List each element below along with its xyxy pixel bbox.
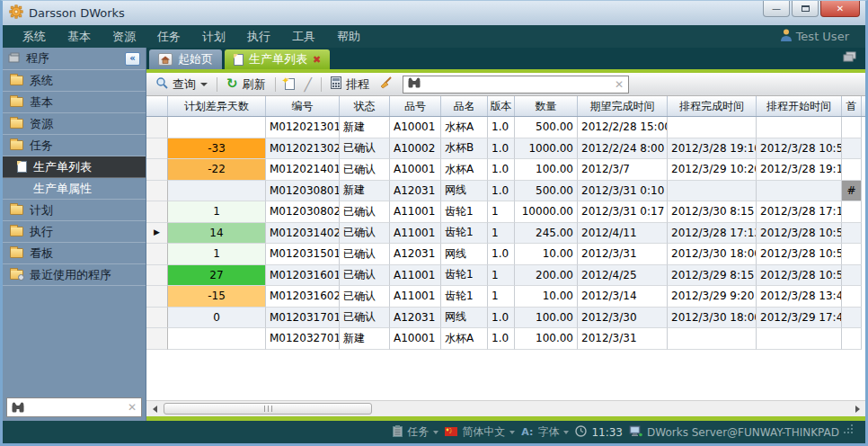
- cell-ver[interactable]: 1.0: [488, 244, 515, 265]
- cell-sched_start[interactable]: 2012/3/29 17:46: [757, 308, 842, 329]
- cell-diff[interactable]: [168, 181, 266, 202]
- menu-item-4[interactable]: 计划: [191, 29, 236, 45]
- cell-extra[interactable]: [842, 286, 862, 308]
- cell-extra[interactable]: [842, 265, 862, 287]
- sidebar-item[interactable]: 任务: [3, 135, 146, 156]
- cell-sched_start[interactable]: 2012/3/28 17:13: [757, 201, 842, 223]
- cell-item[interactable]: A11001: [390, 201, 441, 223]
- scroll-left-arrow[interactable]: [148, 401, 161, 416]
- cell-item[interactable]: A12031: [390, 244, 441, 265]
- column-header[interactable]: 品号: [390, 96, 441, 116]
- cell-status[interactable]: 已确认: [340, 265, 390, 287]
- cell-item[interactable]: A10002: [390, 138, 441, 160]
- cell-ver[interactable]: 1.0: [488, 328, 515, 350]
- cell-status[interactable]: 新建: [340, 117, 390, 138]
- sidebar-item[interactable]: 生产单列表: [3, 156, 146, 178]
- cell-diff[interactable]: 14: [168, 223, 266, 245]
- cell-expect[interactable]: 2012/3/31 0:10: [578, 181, 668, 202]
- cell-sched_end[interactable]: [668, 181, 757, 202]
- table-row[interactable]: -15M012031602已确认A11001齿轮1110.002012/3/14…: [146, 286, 865, 308]
- query-button[interactable]: 查询: [152, 75, 211, 94]
- cell-name[interactable]: 齿轮1: [441, 201, 488, 223]
- cell-no[interactable]: M012021301: [266, 117, 340, 138]
- sidebar-collapse-button[interactable]: «: [125, 52, 140, 66]
- cell-name[interactable]: 齿轮1: [441, 286, 488, 308]
- cell-sched_end[interactable]: 2012/3/29 8:15: [668, 265, 757, 287]
- cell-ver[interactable]: 1: [488, 201, 515, 223]
- cell-diff[interactable]: [168, 117, 266, 138]
- cell-diff[interactable]: 27: [168, 265, 266, 287]
- menu-item-6[interactable]: 工具: [281, 29, 326, 45]
- cell-qty[interactable]: 500.00: [515, 181, 578, 202]
- scroll-right-arrow[interactable]: [851, 401, 864, 416]
- column-header[interactable]: 期望完成时间: [578, 96, 668, 116]
- cell-ver[interactable]: 1.0: [488, 308, 515, 329]
- sidebar-item[interactable]: 生产单属性: [3, 178, 146, 200]
- cell-status[interactable]: 已确认: [340, 138, 390, 160]
- cell-status[interactable]: 已确认: [340, 159, 390, 181]
- cell-expect[interactable]: 2012/4/25: [578, 265, 668, 287]
- cell-status[interactable]: 已确认: [340, 286, 390, 308]
- maximize-button[interactable]: [792, 1, 819, 17]
- cell-name[interactable]: 网线: [441, 181, 488, 202]
- cell-expect[interactable]: 2012/4/11: [578, 223, 668, 245]
- column-header[interactable]: 编号: [266, 96, 340, 116]
- cell-sched_start[interactable]: 2012/3/28 10:52: [757, 138, 842, 160]
- cell-diff[interactable]: 1: [168, 244, 266, 265]
- new-button[interactable]: ✦: [281, 76, 298, 92]
- cell-sched_end[interactable]: 2012/3/30 18:00: [668, 244, 757, 265]
- cell-item[interactable]: A10001: [390, 117, 441, 138]
- row-selector-cell[interactable]: [146, 265, 168, 287]
- cell-sched_start[interactable]: [757, 328, 842, 350]
- cell-item[interactable]: A11001: [390, 286, 441, 308]
- column-header[interactable]: 排程开始时间: [757, 96, 842, 116]
- row-selector-cell[interactable]: [146, 286, 168, 308]
- cell-status[interactable]: 新建: [340, 328, 390, 350]
- cell-ver[interactable]: 1: [488, 223, 515, 245]
- cell-sched_end[interactable]: 2012/3/29 9:20: [668, 286, 757, 308]
- cell-qty[interactable]: 500.00: [515, 117, 578, 138]
- language-dropdown[interactable]: 简体中文: [445, 424, 515, 440]
- cell-ver[interactable]: 1.0: [488, 181, 515, 202]
- cell-sched_end[interactable]: 2012/3/28 17:13: [668, 223, 757, 245]
- cell-sched_start[interactable]: 2012/3/28 10:52: [757, 265, 842, 287]
- row-selector-cell[interactable]: [146, 117, 168, 138]
- cell-qty[interactable]: 10000.00: [515, 201, 578, 223]
- schedule-button[interactable]: 排程: [327, 75, 373, 94]
- menu-item-1[interactable]: 基本: [57, 29, 102, 45]
- cell-sched_start[interactable]: 2012/3/28 19:10: [757, 159, 842, 181]
- cell-qty[interactable]: 100.00: [515, 159, 578, 181]
- cell-extra[interactable]: [842, 244, 862, 265]
- horizontal-scrollbar[interactable]: [146, 400, 865, 416]
- table-row[interactable]: M012032701新建A10001水杯A1.0100.002012/3/31: [146, 328, 865, 350]
- cell-name[interactable]: 水杯B: [441, 138, 488, 160]
- sidebar-item[interactable]: 计划: [3, 200, 146, 221]
- row-selector-cell[interactable]: [146, 181, 168, 202]
- table-row[interactable]: 27M012031601已确认A11001齿轮11200.002012/4/25…: [146, 265, 865, 287]
- cell-no[interactable]: M012031402: [266, 223, 340, 245]
- table-row[interactable]: -22M012021401已确认A10001水杯A1.0100.002012/3…: [146, 159, 865, 181]
- cell-no[interactable]: M012021302: [266, 138, 340, 160]
- column-header[interactable]: 状态: [340, 96, 390, 116]
- table-row[interactable]: M012030801新建A12031网线1.0500.002012/3/31 0…: [146, 181, 865, 202]
- cell-item[interactable]: A12031: [390, 181, 441, 202]
- sidebar-item[interactable]: 系统: [3, 70, 146, 92]
- menu-item-7[interactable]: 帮助: [326, 29, 371, 45]
- cell-extra[interactable]: [842, 159, 862, 181]
- sidebar-item[interactable]: 基本: [3, 92, 146, 113]
- row-selector-cell[interactable]: [146, 244, 168, 265]
- cell-name[interactable]: 网线: [441, 244, 488, 265]
- tab-home[interactable]: 起始页: [149, 49, 222, 69]
- cell-diff[interactable]: -33: [168, 138, 266, 160]
- close-button[interactable]: ✕: [820, 1, 860, 17]
- cell-name[interactable]: 水杯A: [441, 117, 488, 138]
- cell-sched_end[interactable]: 2012/3/30 8:15: [668, 201, 757, 223]
- sidebar-item[interactable]: 最近使用的程序: [3, 264, 146, 286]
- cell-sched_start[interactable]: 2012/3/28 13:40: [757, 286, 842, 308]
- cell-qty[interactable]: 100.00: [515, 328, 578, 350]
- refresh-button[interactable]: ↻ 刷新: [223, 75, 270, 94]
- sidebar-search-clear-icon[interactable]: ✕: [128, 402, 137, 413]
- cell-qty[interactable]: 10.00: [515, 286, 578, 308]
- cell-name[interactable]: 齿轮1: [441, 265, 488, 287]
- cell-extra[interactable]: [842, 138, 862, 160]
